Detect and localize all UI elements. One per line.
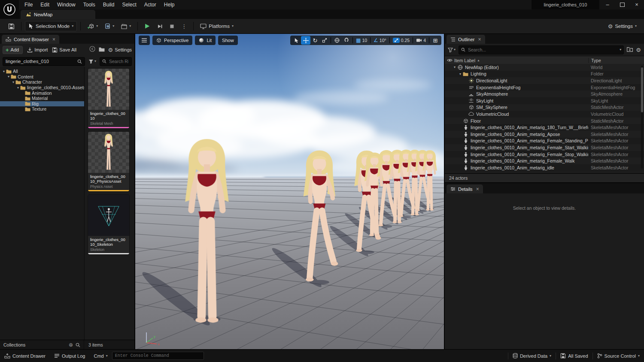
close-icon[interactable]: × xyxy=(476,187,479,192)
tree-item-character[interactable]: ▾ Character xyxy=(0,79,84,85)
maximize-button[interactable] xyxy=(615,0,629,9)
save-button[interactable] xyxy=(5,21,18,31)
new-folder-button[interactable] xyxy=(627,46,633,54)
outliner-row-lingerie-clothes-0010-anim-metarig-180-t[interactable]: lingerie_clothes_0010_Anim_metarig_180_T… xyxy=(445,124,644,131)
expanded-caret-icon[interactable]: ▾ xyxy=(2,69,6,73)
scale-snap-control[interactable]: 0.25 xyxy=(391,38,411,43)
close-icon[interactable]: × xyxy=(478,37,481,42)
rotation-snap-control[interactable]: ∠ 10° xyxy=(372,38,388,43)
move-tool[interactable] xyxy=(301,36,310,45)
outliner-row-lingerie-clothes-0010-anim-metarig-femal[interactable]: lingerie_clothes_0010_Anim_metarig_Femal… xyxy=(445,157,644,164)
outliner-scrollbar[interactable] xyxy=(641,66,643,169)
history-back-button[interactable] xyxy=(89,46,95,54)
outliner-settings-button[interactable]: ⚙ xyxy=(636,47,641,53)
close-icon[interactable]: × xyxy=(52,37,55,42)
skip-frame-button[interactable] xyxy=(154,22,166,31)
outliner-tab[interactable]: Outliner × xyxy=(447,35,485,44)
tree-item-animation[interactable]: Animation xyxy=(0,90,84,96)
outliner-row-newmap-editor[interactable]: ▾ NewMap (Editor) World xyxy=(445,64,644,71)
collections-bar[interactable]: Collections ⊕ xyxy=(0,340,84,350)
close-button[interactable]: × xyxy=(629,0,644,9)
level-tab-newmap[interactable]: NewMap xyxy=(21,10,95,19)
expanded-caret-icon[interactable]: ▾ xyxy=(6,75,11,78)
perspective-dropdown[interactable]: Perspective xyxy=(152,36,192,45)
settings-dropdown[interactable]: ⚙ Settings ▾ xyxy=(605,22,640,31)
menu-build[interactable]: Build xyxy=(99,0,118,9)
asset-card-lingerie-clothes-0010-physicsasset[interactable]: lingerie_clothes_0010_PhysicsAsset Physi… xyxy=(88,132,129,191)
item-label-column-header[interactable]: Item Label ▲ xyxy=(454,58,588,63)
menu-select[interactable]: Select xyxy=(118,0,140,9)
scale-tool[interactable] xyxy=(320,36,329,45)
menu-file[interactable]: File xyxy=(21,0,36,9)
viewport-options-menu[interactable] xyxy=(139,36,150,45)
stop-button[interactable] xyxy=(167,22,177,30)
add-button[interactable]: + Add xyxy=(3,46,23,54)
add-collection-button[interactable]: ⊕ xyxy=(69,342,73,348)
selection-mode-dropdown[interactable]: Selection Mode ▾ xyxy=(25,21,77,31)
path-breadcrumb[interactable]: lingerie_clothes_010 xyxy=(3,57,85,66)
search-icon[interactable] xyxy=(76,343,80,347)
filter-button[interactable]: ▾ xyxy=(88,59,96,64)
surface-snapping-toggle[interactable] xyxy=(342,36,351,45)
outliner-search-input[interactable] xyxy=(467,47,618,53)
menu-edit[interactable]: Edit xyxy=(36,0,53,9)
tree-item-all[interactable]: ▾ All xyxy=(0,69,84,74)
outliner-row-volumetriccloud[interactable]: VolumetricCloud VolumetricCloud xyxy=(445,111,644,118)
play-button[interactable] xyxy=(141,21,153,31)
outliner-row-lighting[interactable]: ▾ Lighting Folder xyxy=(445,71,644,78)
platforms-dropdown[interactable]: Platforms ▾ xyxy=(197,22,237,31)
content-browser-tab[interactable]: Content Browser × xyxy=(2,35,59,44)
show-dropdown[interactable]: Show xyxy=(218,36,238,45)
scrollbar-thumb[interactable] xyxy=(641,67,643,112)
outliner-row-skyatmosphere[interactable]: SkyAtmosphere SkyAtmosphere xyxy=(445,90,644,97)
tree-item-lingerie-clothes-0010-assets[interactable]: ▾ lingerie_clothes_0010-Assets xyxy=(0,85,84,90)
expanded-caret-icon[interactable]: ▾ xyxy=(453,65,457,69)
rotate-tool[interactable]: ↻ xyxy=(310,36,320,45)
outliner-row-lingerie-clothes-0010-anim-metarig-apose[interactable]: lingerie_clothes_0010_Anim_metarig_Apose… xyxy=(445,131,644,138)
maximize-viewport-button[interactable]: ⊞ xyxy=(431,36,440,45)
outliner-row-lingerie-clothes-0010-anim-metarig-idle[interactable]: lingerie_clothes_0010_Anim_metarig_idle … xyxy=(445,164,644,171)
derived-data-button[interactable]: Derived Data ▾ xyxy=(508,350,556,362)
outliner-search-box[interactable]: ▾ xyxy=(459,45,624,54)
outliner-row-sm-skysphere[interactable]: SM_SkySphere StaticMeshActor xyxy=(445,104,644,111)
menu-help[interactable]: Help xyxy=(160,0,179,9)
menu-tools[interactable]: Tools xyxy=(79,0,99,9)
tree-item-content[interactable]: ▾ Content xyxy=(0,74,84,80)
visibility-column-header[interactable] xyxy=(445,58,454,62)
menu-window[interactable]: Window xyxy=(53,0,79,9)
cmd-dropdown[interactable]: Cmd ▾ xyxy=(89,350,112,362)
add-actor-dropdown[interactable]: + ▾ xyxy=(84,21,101,31)
outliner-row-skylight[interactable]: SkyLight SkyLight xyxy=(445,97,644,104)
outliner-row-lingerie-clothes-0010-anim-metarig-femal[interactable]: lingerie_clothes_0010_Anim_metarig_Femal… xyxy=(445,138,644,145)
all-saved-indicator[interactable]: All Saved xyxy=(556,350,592,362)
outliner-row-exponentialheightfog[interactable]: ExponentialHeightFog ExponentialHeightFo… xyxy=(445,84,644,91)
details-tab[interactable]: Details × xyxy=(447,184,483,193)
expanded-caret-icon[interactable]: ▾ xyxy=(16,86,20,90)
asset-search-input[interactable] xyxy=(108,58,129,64)
asset-card-lingerie-clothes-0010-skeleton[interactable]: lingerie_clothes_0010_Skeleton Skeleton xyxy=(88,195,129,254)
type-column-header[interactable]: Type xyxy=(588,58,644,63)
viewport[interactable]: Perspective Lit Show ↻ xyxy=(135,33,444,350)
content-browser-settings-button[interactable]: ⚙ Settings xyxy=(108,47,132,53)
minimize-button[interactable]: – xyxy=(600,0,615,9)
menu-actor[interactable]: Actor xyxy=(140,0,160,9)
outliner-row-floor[interactable]: Floor StaticMeshActor xyxy=(445,118,644,124)
console-command-input[interactable] xyxy=(112,352,204,360)
play-options-kebab[interactable]: ⋮ xyxy=(178,22,190,31)
camera-speed-control[interactable]: 4 xyxy=(414,38,428,43)
outliner-row-lingerie-clothes-0010-anim-metarig-femal[interactable]: lingerie_clothes_0010_Anim_metarig_Femal… xyxy=(445,144,644,151)
unreal-logo[interactable] xyxy=(0,0,19,19)
expanded-caret-icon[interactable]: ▾ xyxy=(11,80,15,84)
save-all-button[interactable]: Save All xyxy=(52,47,76,53)
outliner-row-lingerie-clothes-0010-anim-metarig-femal[interactable]: lingerie_clothes_0010_Anim_metarig_Femal… xyxy=(445,151,644,158)
browse-folder-button[interactable] xyxy=(99,46,105,54)
source-control-button[interactable]: Source Control ▾ xyxy=(593,350,644,362)
outliner-filter-button[interactable]: ▾ xyxy=(448,48,456,52)
asset-search-box[interactable] xyxy=(100,57,132,66)
world-local-toggle[interactable] xyxy=(332,36,342,45)
asset-card-lingerie-clothes-0010[interactable]: lingerie_clothes_0010 Skeletal Mesh xyxy=(88,69,129,128)
content-drawer-button[interactable]: Content Drawer xyxy=(0,350,50,362)
cinematics-dropdown[interactable]: ▾ xyxy=(118,22,134,31)
tree-item-material[interactable]: Material xyxy=(0,96,84,101)
lit-dropdown[interactable]: Lit xyxy=(195,36,216,45)
